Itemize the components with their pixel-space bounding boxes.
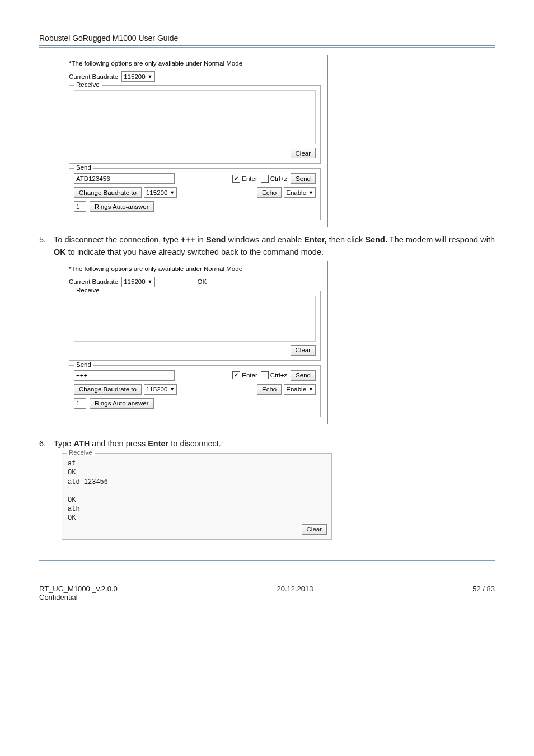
footer-date: 20.12.2013: [277, 585, 313, 601]
page-header: Robustel GoRugged M1000 User Guide: [39, 34, 495, 46]
receive-output-text: at OK atd 123456 OK ath OK: [67, 457, 327, 524]
ok-status-text: OK: [198, 278, 207, 285]
send-legend: Send: [74, 361, 93, 368]
chevron-down-icon: ▼: [170, 386, 175, 392]
receive-textarea[interactable]: [74, 90, 316, 144]
baudrate-select[interactable]: 115200 ▼: [121, 277, 154, 287]
send-fieldset: Send ✔ Enter Ctrl+z Send Chang: [69, 168, 321, 220]
enter-label: Enter: [242, 175, 257, 182]
step-6: 6. Type ATH and then press Enter to disc…: [39, 438, 495, 450]
chevron-down-icon: ▼: [308, 190, 313, 195]
enter-checkbox[interactable]: ✔ Enter: [232, 371, 257, 379]
baudrate-value: 115200: [124, 73, 145, 80]
change-baud-button[interactable]: Change Baudrate to: [74, 384, 142, 395]
baudrate-select[interactable]: 115200 ▼: [121, 71, 154, 82]
receive-fieldset: Receive Clear: [69, 85, 321, 164]
chevron-down-icon: ▼: [148, 74, 153, 80]
checkbox-checked-icon: ✔: [232, 175, 240, 183]
footer-page-number: 52 / 83: [472, 585, 495, 601]
chevron-down-icon: ▼: [148, 279, 153, 284]
send-fieldset: Send ✔ Enter Ctrl+z Send Chang: [69, 365, 321, 417]
enter-checkbox[interactable]: ✔ Enter: [232, 175, 257, 183]
baudrate-label: Current Baudrate: [69, 278, 118, 285]
rings-input[interactable]: [74, 201, 86, 212]
send-button[interactable]: Send: [291, 173, 316, 184]
send-legend: Send: [74, 164, 93, 171]
rings-auto-answer-button[interactable]: Rings Auto-answer: [90, 398, 154, 409]
clear-button[interactable]: Clear: [291, 148, 316, 158]
chevron-down-icon: ▼: [308, 386, 313, 392]
change-baud-button[interactable]: Change Baudrate to: [74, 187, 142, 198]
clear-button[interactable]: Clear: [291, 345, 316, 356]
checkbox-unchecked-icon: [261, 175, 269, 183]
step-6-text: Type ATH and then press Enter to disconn…: [54, 438, 495, 450]
echo-value: Enable: [286, 189, 306, 196]
step-6-number: 6.: [39, 438, 54, 450]
ctrlz-checkbox[interactable]: Ctrl+z: [261, 371, 287, 379]
send-button[interactable]: Send: [291, 370, 316, 381]
footer-confidential: Confidential: [39, 593, 118, 601]
echo-button[interactable]: Echo: [257, 187, 282, 198]
panel-note: *The following options are only availabl…: [69, 60, 321, 67]
rings-input[interactable]: [74, 398, 86, 409]
change-baud-value: 115200: [146, 386, 167, 393]
chevron-down-icon: ▼: [170, 190, 175, 195]
config-panel-2: *The following options are only availabl…: [62, 261, 328, 424]
enter-label: Enter: [242, 372, 257, 379]
receive-legend: Receive: [74, 287, 102, 293]
step-5-text: To disconnect the connection, type +++ i…: [54, 234, 495, 259]
step-5: 5. To disconnect the connection, type ++…: [39, 234, 495, 259]
baudrate-label: Current Baudrate: [69, 73, 118, 80]
panel-note: *The following options are only availabl…: [69, 265, 321, 272]
ctrlz-label: Ctrl+z: [270, 372, 287, 379]
checkbox-unchecked-icon: [261, 371, 269, 379]
receive-textarea[interactable]: [74, 296, 316, 342]
config-panel-1: *The following options are only availabl…: [62, 55, 328, 227]
echo-select[interactable]: Enable ▼: [284, 384, 316, 395]
header-accent: [39, 47, 495, 48]
echo-value: Enable: [286, 386, 306, 393]
baudrate-value: 115200: [124, 278, 145, 285]
clear-button[interactable]: Clear: [302, 524, 327, 535]
receive-legend: Receive: [74, 81, 102, 88]
receive-fieldset: Receive Clear: [69, 291, 321, 361]
receive-output-panel: Receive at OK atd 123456 OK ath OK Clear: [62, 453, 332, 539]
ctrlz-checkbox[interactable]: Ctrl+z: [261, 175, 287, 183]
receive-legend: Receive: [67, 449, 95, 456]
change-baud-value: 115200: [146, 189, 167, 196]
echo-button[interactable]: Echo: [257, 384, 282, 395]
send-input[interactable]: [74, 173, 175, 184]
page-footer: RT_UG_M1000 _v.2.0.0 Confidential 20.12.…: [39, 582, 495, 601]
echo-select[interactable]: Enable ▼: [284, 187, 316, 198]
ctrlz-label: Ctrl+z: [270, 175, 287, 182]
step-5-number: 5.: [39, 234, 54, 259]
change-baud-select[interactable]: 115200 ▼: [144, 384, 177, 395]
send-input[interactable]: [74, 370, 175, 381]
checkbox-checked-icon: ✔: [232, 371, 240, 379]
footer-accent: [39, 560, 495, 561]
footer-doc-id: RT_UG_M1000 _v.2.0.0: [39, 585, 118, 593]
change-baud-select[interactable]: 115200 ▼: [144, 187, 177, 198]
rings-auto-answer-button[interactable]: Rings Auto-answer: [90, 201, 154, 212]
